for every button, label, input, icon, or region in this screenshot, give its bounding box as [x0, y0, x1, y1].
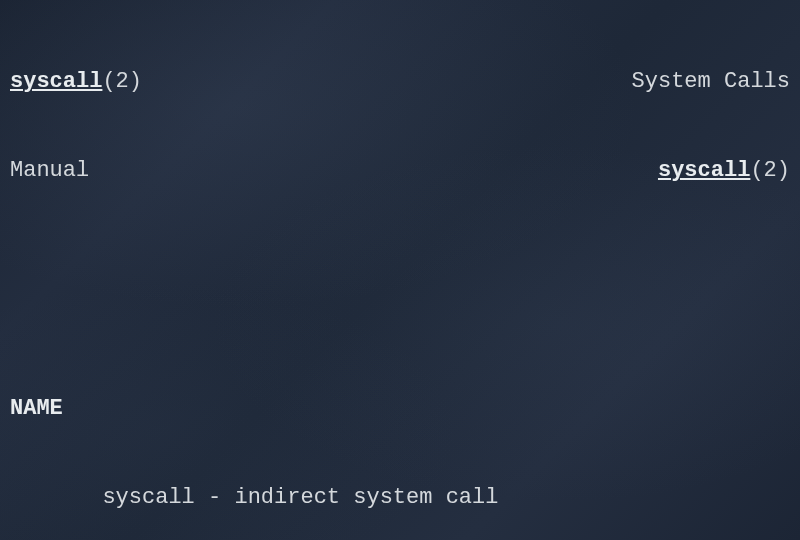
header-name-right: syscall: [658, 158, 750, 183]
man-header-row1: syscall(2) System Calls: [10, 67, 790, 97]
header-section-left: (2): [102, 69, 142, 94]
man-header-right-bottom: syscall(2): [658, 156, 790, 186]
man-header-row2: Manual syscall(2): [10, 156, 790, 186]
section-heading-name: NAME: [10, 394, 790, 424]
man-header-left: syscall(2): [10, 67, 142, 97]
man-page-content: syscall(2) System Calls Manual syscall(2…: [10, 8, 790, 540]
name-text: syscall - indirect system call: [10, 483, 790, 513]
man-header-right-top: System Calls: [632, 67, 790, 97]
blank-line: [10, 275, 790, 305]
header-section-right: (2): [750, 158, 790, 183]
header-name-left: syscall: [10, 69, 102, 94]
man-header-manual-label: Manual: [10, 156, 89, 186]
